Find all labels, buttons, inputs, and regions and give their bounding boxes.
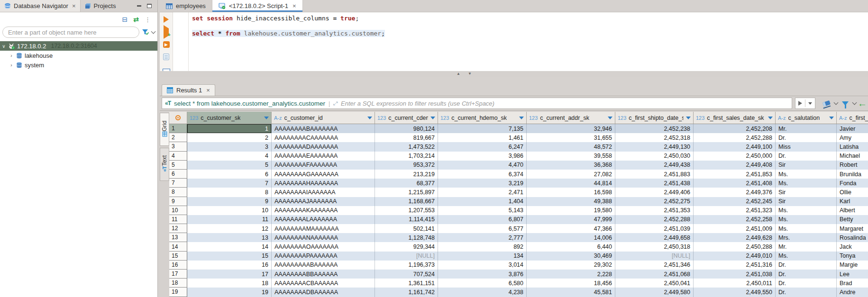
apply-filter-button[interactable] — [795, 98, 815, 109]
grid-cell[interactable]: Mrs. — [776, 233, 837, 242]
tab-results-1[interactable]: Results 1 × — [162, 84, 215, 96]
explain-plan-icon[interactable] — [163, 54, 169, 60]
row-number-cell[interactable]: 10 — [169, 206, 187, 215]
grid-cell[interactable]: Amy — [837, 133, 868, 142]
execute-new-tab-icon[interactable]: + — [164, 28, 169, 36]
grid-cell[interactable]: AAAAAAAABBAAAAAA — [272, 270, 375, 279]
fetch-back-arrow-icon[interactable]: ← — [858, 99, 867, 108]
grid-cell[interactable]: 11 — [187, 215, 272, 224]
grid-cell[interactable]: 2,451,316 — [694, 261, 776, 270]
grid-cell[interactable]: 2,451,323 — [694, 206, 776, 215]
grid-cell[interactable]: Mr. — [776, 124, 837, 133]
grid-cell[interactable]: Ollie — [837, 188, 868, 197]
grid-cell[interactable]: 892 — [438, 242, 527, 251]
grid-cell[interactable]: Dr. — [776, 152, 837, 161]
grid-cell[interactable]: 1 — [187, 124, 272, 133]
column-header-c_customer_sk[interactable]: 123c_customer_sk — [187, 112, 272, 124]
grid-cell[interactable]: 4 — [187, 152, 272, 161]
row-number-cell[interactable]: 14 — [169, 242, 187, 251]
filters-icon[interactable] — [842, 101, 849, 106]
grid-cell[interactable]: 2,449,376 — [694, 188, 776, 197]
editor-results-splitter[interactable]: ▲ ▼ — [160, 71, 868, 77]
grid-cell[interactable]: 819,667 — [375, 133, 438, 142]
grid-cell[interactable]: 49,388 — [527, 197, 615, 206]
grid-cell[interactable]: 5,143 — [438, 206, 527, 215]
grid-cell[interactable]: Margaret — [837, 224, 868, 233]
grid-cell[interactable]: Fonda — [837, 179, 868, 188]
grid-cell[interactable]: 3 — [187, 142, 272, 151]
grid-cell[interactable]: Sir — [776, 161, 837, 170]
row-number-cell[interactable]: 18 — [169, 279, 187, 288]
grid-cell[interactable]: Javier — [837, 124, 868, 133]
grid-cell[interactable]: 15 — [187, 252, 272, 261]
grid-cell[interactable]: 2,451,038 — [694, 270, 776, 279]
grid-cell[interactable]: 36,368 — [527, 161, 615, 170]
tab-projects[interactable]: Projects — [81, 0, 120, 12]
grid-cell[interactable]: 6,440 — [527, 242, 615, 251]
object-filter-input[interactable] — [2, 27, 139, 38]
grid-cell[interactable]: 12 — [187, 224, 272, 233]
grid-cell[interactable]: 2,451,009 — [694, 224, 776, 233]
grid-cell[interactable]: Lee — [837, 270, 868, 279]
grid-cell[interactable]: AAAAAAAAHAAAAAAA — [272, 179, 375, 188]
grid-cell[interactable]: AAAAAAAACBAAAAAA — [272, 279, 375, 288]
grid-cell[interactable]: 8 — [187, 188, 272, 197]
column-header-c_current_cdemo_sk[interactable]: 123c_current_cdemo_sk — [375, 112, 438, 124]
grid-cell[interactable]: AAAAAAAACAAAAAAA — [272, 133, 375, 142]
collapse-all-icon[interactable]: ⊟ — [122, 16, 128, 23]
column-sort-dropdown-icon[interactable] — [430, 117, 435, 119]
grid-cell[interactable]: 929,344 — [375, 242, 438, 251]
filter-history-dropdown-icon[interactable] — [808, 102, 812, 105]
grid-cell[interactable]: 6,374 — [438, 170, 527, 179]
grid-cell[interactable]: 6 — [187, 170, 272, 179]
grid-cell[interactable]: 2,452,245 — [694, 197, 776, 206]
grid-cell[interactable]: 47,999 — [527, 215, 615, 224]
grid-cell[interactable]: 2,449,408 — [694, 161, 776, 170]
row-number-cell[interactable]: 12 — [169, 224, 187, 233]
grid-cell[interactable]: 1,196,373 — [375, 261, 438, 270]
grid-cell[interactable]: Robert — [837, 161, 868, 170]
grid-cell[interactable]: AAAAAAAAFAAAAAAA — [272, 161, 375, 170]
grid-cell[interactable]: Sir — [776, 188, 837, 197]
grid-cell[interactable]: 1,161,742 — [375, 288, 438, 297]
grid-cell[interactable]: 39,558 — [527, 152, 615, 161]
column-sort-dropdown-icon[interactable] — [686, 117, 691, 119]
grid-cell[interactable]: [NULL] — [615, 252, 694, 261]
grid-cell[interactable]: 2,450,030 — [615, 152, 694, 161]
grid-cell[interactable]: 19 — [187, 288, 272, 297]
grid-cell[interactable]: 2,452,238 — [615, 124, 694, 133]
grid-cell[interactable]: 1,215,897 — [375, 188, 438, 197]
tab-text-presentation[interactable]: Text «T — [160, 148, 169, 181]
grid-cell[interactable]: Ms. — [776, 252, 837, 261]
execute-script-icon[interactable]: ▶ — [163, 41, 170, 48]
grid-cell[interactable]: Jack — [837, 242, 868, 251]
grid-cell[interactable]: 6,807 — [438, 215, 527, 224]
view-menu-icon[interactable]: ⋮ — [145, 16, 151, 23]
grid-cell[interactable]: 6,580 — [438, 279, 527, 288]
grid-cell[interactable]: Ms. — [776, 224, 837, 233]
grid-cell[interactable]: 2,450,000 — [694, 152, 776, 161]
column-sort-dropdown-icon[interactable] — [367, 117, 372, 119]
tab-employees[interactable]: employees — [160, 0, 212, 12]
grid-cell[interactable]: 1,114,415 — [375, 215, 438, 224]
grid-cell[interactable]: AAAAAAAALAAAAAAA — [272, 215, 375, 224]
grid-cell[interactable]: 3,219 — [438, 179, 527, 188]
result-set-grid[interactable]: 123c_customer_skA-zc_customer_id123c_cur… — [169, 112, 868, 297]
row-number-cell[interactable]: 6 — [169, 170, 187, 179]
close-icon[interactable]: × — [292, 2, 296, 9]
grid-cell[interactable]: 30,469 — [527, 252, 615, 261]
grid-cell[interactable]: 2,452,275 — [615, 197, 694, 206]
sash-minimize-icon[interactable]: ▼ — [468, 72, 472, 76]
grid-cell[interactable]: 2 — [187, 133, 272, 142]
grid-cell[interactable]: 2,451,853 — [694, 170, 776, 179]
grid-cell[interactable]: 1,128,748 — [375, 233, 438, 242]
grid-cell[interactable]: 9 — [187, 197, 272, 206]
grid-cell[interactable]: AAAAAAAAABAAAAAA — [272, 261, 375, 270]
grid-cell[interactable]: 2,452,208 — [694, 124, 776, 133]
grid-cell[interactable]: 2,449,438 — [615, 161, 694, 170]
row-number-cell[interactable]: 15 — [169, 252, 187, 261]
grid-cell[interactable]: 14,006 — [527, 233, 615, 242]
grid-cell[interactable]: 18 — [187, 279, 272, 288]
grid-cell[interactable]: 16,598 — [527, 188, 615, 197]
grid-cell[interactable]: 3,986 — [438, 152, 527, 161]
